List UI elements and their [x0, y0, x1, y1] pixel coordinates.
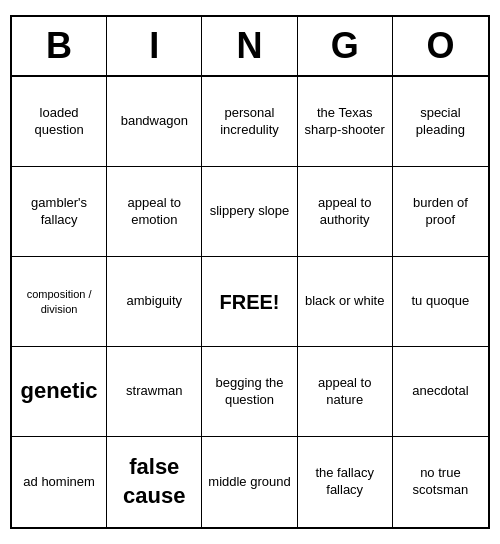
header-letter-I: I: [107, 17, 202, 75]
bingo-cell-18: appeal to nature: [298, 347, 393, 437]
bingo-cell-6: appeal to emotion: [107, 167, 202, 257]
bingo-cell-8: appeal to authority: [298, 167, 393, 257]
bingo-cell-17: begging the question: [202, 347, 297, 437]
bingo-cell-1: bandwagon: [107, 77, 202, 167]
bingo-cell-12: FREE!: [202, 257, 297, 347]
bingo-cell-19: anecdotal: [393, 347, 488, 437]
bingo-cell-16: strawman: [107, 347, 202, 437]
bingo-cell-11: ambiguity: [107, 257, 202, 347]
bingo-cell-9: burden of proof: [393, 167, 488, 257]
bingo-cell-15: genetic: [12, 347, 107, 437]
bingo-cell-4: special pleading: [393, 77, 488, 167]
bingo-grid: loaded questionbandwagonpersonal incredu…: [12, 77, 488, 527]
bingo-cell-3: the Texas sharp-shooter: [298, 77, 393, 167]
bingo-cell-10: composition / division: [12, 257, 107, 347]
bingo-cell-5: gambler's fallacy: [12, 167, 107, 257]
bingo-cell-22: middle ground: [202, 437, 297, 527]
bingo-cell-24: no true scotsman: [393, 437, 488, 527]
bingo-cell-0: loaded question: [12, 77, 107, 167]
bingo-cell-23: the fallacy fallacy: [298, 437, 393, 527]
bingo-cell-21: false cause: [107, 437, 202, 527]
header-letter-N: N: [202, 17, 297, 75]
bingo-cell-20: ad hominem: [12, 437, 107, 527]
header-letter-B: B: [12, 17, 107, 75]
header-letter-O: O: [393, 17, 488, 75]
bingo-cell-7: slippery slope: [202, 167, 297, 257]
bingo-cell-2: personal incredulity: [202, 77, 297, 167]
bingo-header: BINGO: [12, 17, 488, 77]
header-letter-G: G: [298, 17, 393, 75]
bingo-cell-13: black or white: [298, 257, 393, 347]
bingo-cell-14: tu quoque: [393, 257, 488, 347]
bingo-card: BINGO loaded questionbandwagonpersonal i…: [10, 15, 490, 529]
